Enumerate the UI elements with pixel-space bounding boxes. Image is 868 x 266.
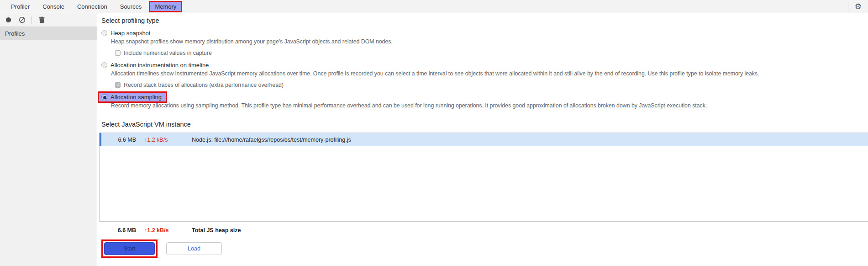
record-profile-icon[interactable] <box>4 16 12 24</box>
allocation-sampling-annotation-box[interactable]: Allocation sampling <box>98 91 167 103</box>
total-heap-size: 6.6 MB <box>108 227 136 234</box>
total-heap-label: Total JS heap size <box>192 227 868 234</box>
memory-panel: Select profiling type Heap snapshot Heap… <box>97 13 868 266</box>
trash-icon[interactable] <box>37 16 46 24</box>
tab-sources[interactable]: Sources <box>114 1 148 12</box>
allocation-sampling-label: Allocation sampling <box>110 94 162 101</box>
record-stack-traces-row[interactable]: Record stack traces of allocations (extr… <box>115 82 868 88</box>
allocation-timeline-description: Allocation timelines show instrumented J… <box>111 70 868 77</box>
gear-icon[interactable]: ⚙ <box>855 3 862 11</box>
selected-row-accent-bar <box>100 133 101 146</box>
option-allocation-timeline: Allocation instrumentation on timeline A… <box>101 62 868 88</box>
vm-instance-list: 6.6 MB ↑1.2 kB/s Node.js: file:///home/r… <box>99 133 868 222</box>
devtools-tab-bar: Profiler Console Connection Sources Memo… <box>0 0 868 13</box>
allocation-sampling-radio-row[interactable]: Allocation sampling <box>101 94 868 101</box>
heap-snapshot-description: Heap snapshot profiles show memory distr… <box>111 38 868 45</box>
load-button[interactable]: Load <box>166 242 222 255</box>
include-numerical-values-label: Include numerical values in capture <box>124 50 212 56</box>
heap-snapshot-label: Heap snapshot <box>110 30 150 37</box>
tab-console[interactable]: Console <box>36 1 71 12</box>
vm-heap-size: 6.6 MB <box>108 137 136 143</box>
toolbar-divider <box>848 2 848 11</box>
vm-instance-name: Node.js: file:///home/rafaelgss/repos/os… <box>192 137 868 143</box>
option-allocation-sampling: Allocation sampling Record memory alloca… <box>101 94 868 109</box>
vm-heap-rate: ↑1.2 kB/s <box>144 137 184 143</box>
action-buttons-row: Start Load <box>101 239 868 258</box>
profiles-section-header: Profiles <box>0 27 97 40</box>
tab-profiler[interactable]: Profiler <box>5 1 36 12</box>
checkbox-unchecked-icon[interactable] <box>115 50 121 56</box>
option-heap-snapshot: Heap snapshot Heap snapshot profiles sho… <box>101 30 868 56</box>
vm-instance-heading: Select JavaScript VM instance <box>101 121 868 128</box>
allocation-timeline-radio-row[interactable]: Allocation instrumentation on timeline <box>101 62 868 69</box>
profiler-toolbar <box>0 13 97 27</box>
allocation-sampling-description: Record memory allocations using sampling… <box>111 102 868 109</box>
tab-bar-right: ⚙ <box>848 0 868 13</box>
include-numerical-values-row[interactable]: Include numerical values in capture <box>115 50 868 56</box>
profiles-label: Profiles <box>5 30 25 37</box>
radio-unselected-icon[interactable] <box>101 62 107 68</box>
vm-instance-row[interactable]: 6.6 MB ↑1.2 kB/s Node.js: file:///home/r… <box>100 133 868 146</box>
start-button[interactable]: Start <box>104 242 155 255</box>
radio-selected-icon[interactable] <box>101 94 107 100</box>
record-stack-traces-label: Record stack traces of allocations (extr… <box>124 82 284 88</box>
radio-unselected-icon[interactable] <box>101 30 107 36</box>
profiling-type-heading: Select profiling type <box>101 17 868 24</box>
toolbar-divider <box>32 16 32 24</box>
checkbox-checked-icon[interactable] <box>115 82 121 88</box>
tab-memory[interactable]: Memory <box>149 1 182 12</box>
total-heap-rate: ↑1.2 kB/s <box>144 227 184 234</box>
allocation-timeline-label: Allocation instrumentation on timeline <box>110 62 209 69</box>
heap-snapshot-radio-row[interactable]: Heap snapshot <box>101 30 868 37</box>
total-heap-row: 6.6 MB ↑1.2 kB/s Total JS heap size <box>99 227 868 234</box>
start-button-annotation-box: Start <box>101 239 158 258</box>
profiles-list-empty <box>0 40 97 266</box>
clear-profiles-icon[interactable] <box>18 16 26 24</box>
profiles-sidebar: Profiles <box>0 13 97 266</box>
tab-connection[interactable]: Connection <box>71 1 114 12</box>
